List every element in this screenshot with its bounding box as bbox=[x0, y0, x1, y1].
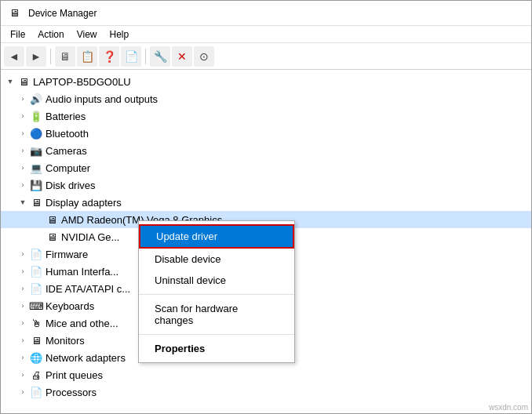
mice-label: Mice and othe... bbox=[46, 318, 118, 329]
computer-label: Computer bbox=[46, 162, 90, 174]
window-title: Device Manager bbox=[28, 8, 97, 19]
context-menu: Update driver Disable device Uninstall d… bbox=[138, 220, 295, 363]
expand-disk[interactable]: › bbox=[16, 179, 29, 191]
toolbar-sep2 bbox=[145, 49, 146, 64]
expand-root[interactable]: ▼ bbox=[4, 75, 16, 88]
human-label: Human Interfa... bbox=[46, 266, 118, 278]
menu-file[interactable]: File bbox=[4, 27, 31, 42]
expand-batteries[interactable]: › bbox=[16, 110, 29, 122]
ide-icon: 📄 bbox=[29, 281, 43, 296]
print-icon: 🖨 bbox=[29, 368, 43, 382]
toolbar-view[interactable]: 📄 bbox=[121, 46, 141, 67]
disk-label: Disk drives bbox=[46, 180, 96, 191]
cameras-icon: 📷 bbox=[29, 143, 43, 158]
title-icon: 🖥 bbox=[7, 6, 21, 20]
print-label: Print queues bbox=[46, 369, 103, 381]
expand-bluetooth[interactable]: › bbox=[16, 127, 29, 140]
expand-firmware[interactable]: › bbox=[16, 248, 29, 260]
processors-label: Processors bbox=[46, 387, 97, 398]
menu-view[interactable]: View bbox=[71, 27, 104, 42]
display-label: Display adapters bbox=[46, 197, 122, 209]
toolbar-remove[interactable]: ✕ bbox=[172, 46, 192, 67]
monitors-label: Monitors bbox=[46, 335, 85, 347]
expand-display[interactable]: ▼ bbox=[16, 196, 29, 209]
tree-root[interactable]: ▼ 🖥 LAPTOP-B5DGO0LU bbox=[1, 73, 531, 90]
ctx-scan-hardware[interactable]: Scan for hardware changes bbox=[139, 298, 294, 331]
keyboards-icon: ⌨ bbox=[29, 299, 43, 313]
toolbar-back[interactable]: ◄ bbox=[4, 46, 24, 67]
bluetooth-icon: 🔵 bbox=[29, 126, 43, 140]
toolbar-sep1 bbox=[50, 49, 51, 64]
cameras-label: Cameras bbox=[46, 145, 87, 157]
ctx-update-driver[interactable]: Update driver bbox=[139, 224, 294, 249]
menu-bar: File Action View Help bbox=[1, 26, 531, 43]
toolbar-computer[interactable]: 🖥 bbox=[55, 46, 75, 67]
toolbar-help[interactable]: ❓ bbox=[99, 46, 119, 67]
bluetooth-label: Bluetooth bbox=[46, 128, 89, 140]
nvidia-icon: 🖥 bbox=[45, 230, 59, 244]
firmware-label: Firmware bbox=[46, 249, 88, 260]
expand-keyboards[interactable]: › bbox=[16, 300, 29, 312]
expand-print[interactable]: › bbox=[16, 369, 29, 381]
menu-help[interactable]: Help bbox=[104, 27, 136, 42]
expand-monitors[interactable]: › bbox=[16, 334, 29, 347]
firmware-icon: 📄 bbox=[29, 247, 43, 261]
network-label: Network adapters bbox=[46, 352, 126, 364]
audio-label: Audio inputs and outputs bbox=[46, 93, 158, 105]
expand-audio[interactable]: › bbox=[16, 93, 29, 105]
menu-action[interactable]: Action bbox=[31, 27, 70, 42]
ide-label: IDE ATA/ATAPI c... bbox=[46, 283, 130, 295]
batteries-label: Batteries bbox=[46, 111, 86, 122]
root-icon: 🖥 bbox=[16, 74, 31, 89]
keyboards-label: Keyboards bbox=[46, 300, 94, 312]
expand-mice[interactable]: › bbox=[16, 317, 29, 329]
display-icon: 🖥 bbox=[29, 195, 43, 209]
toolbar-refresh[interactable]: ⊙ bbox=[194, 46, 214, 67]
watermark: wsxdn.com bbox=[489, 403, 528, 412]
tree-item-disk[interactable]: › 💾 Disk drives bbox=[1, 176, 531, 194]
ctx-uninstall-device[interactable]: Uninstall device bbox=[139, 270, 294, 291]
tree-item-processors[interactable]: › 📄 Processors bbox=[1, 383, 531, 401]
expand-cameras[interactable]: › bbox=[16, 144, 29, 157]
human-icon: 📄 bbox=[29, 264, 43, 278]
tree-item-display[interactable]: ▼ 🖥 Display adapters bbox=[1, 194, 531, 211]
batteries-icon: 🔋 bbox=[29, 109, 43, 123]
root-label: LAPTOP-B5DGO0LU bbox=[33, 76, 131, 88]
toolbar-new[interactable]: 🔧 bbox=[150, 46, 170, 67]
content-area: ▼ 🖥 LAPTOP-B5DGO0LU › 🔊 Audio inputs and… bbox=[1, 70, 531, 413]
tree-item-computer[interactable]: › 💻 Computer bbox=[1, 159, 531, 176]
expand-amd bbox=[32, 213, 45, 226]
mice-icon: 🖱 bbox=[29, 316, 43, 330]
title-bar: 🖥 Device Manager bbox=[1, 1, 531, 26]
audio-icon: 🔊 bbox=[29, 92, 43, 106]
ctx-sep2 bbox=[139, 334, 294, 335]
amd-icon: 🖥 bbox=[45, 212, 59, 227]
expand-computer[interactable]: › bbox=[16, 162, 29, 174]
network-icon: 🌐 bbox=[29, 350, 43, 365]
tree-item-batteries[interactable]: › 🔋 Batteries bbox=[1, 107, 531, 125]
ctx-sep1 bbox=[139, 294, 294, 295]
toolbar-properties[interactable]: 📋 bbox=[77, 46, 97, 67]
processors-icon: 📄 bbox=[29, 385, 43, 399]
toolbar-forward[interactable]: ► bbox=[26, 46, 46, 67]
tree-item-print[interactable]: › 🖨 Print queues bbox=[1, 366, 531, 383]
expand-network[interactable]: › bbox=[16, 351, 29, 364]
expand-human[interactable]: › bbox=[16, 265, 29, 278]
ctx-disable-device[interactable]: Disable device bbox=[139, 249, 294, 270]
computer-icon: 💻 bbox=[29, 161, 43, 175]
nvidia-label: NVIDIA Ge... bbox=[61, 231, 119, 243]
disk-icon: 💾 bbox=[29, 178, 43, 192]
tree-item-audio[interactable]: › 🔊 Audio inputs and outputs bbox=[1, 90, 531, 107]
expand-nvidia bbox=[32, 231, 45, 243]
tree-item-cameras[interactable]: › 📷 Cameras bbox=[1, 142, 531, 159]
ctx-properties[interactable]: Properties bbox=[139, 338, 294, 359]
tree-item-bluetooth[interactable]: › 🔵 Bluetooth bbox=[1, 125, 531, 142]
toolbar: ◄ ► 🖥 📋 ❓ 📄 🔧 ✕ ⊙ bbox=[1, 43, 531, 70]
expand-processors[interactable]: › bbox=[16, 386, 29, 398]
monitors-icon: 🖥 bbox=[29, 333, 43, 347]
expand-ide[interactable]: › bbox=[16, 282, 29, 295]
